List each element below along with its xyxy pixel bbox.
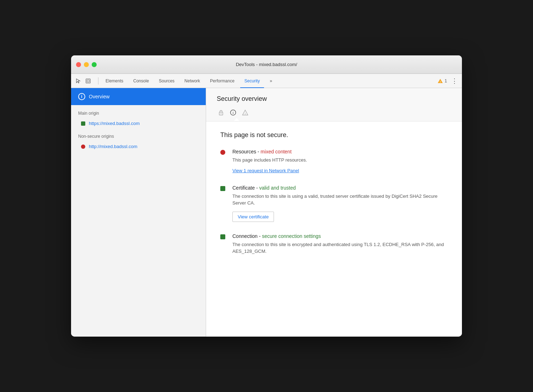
view-certificate-button[interactable]: View certificate: [232, 212, 274, 222]
main-panel: Security overview i: [206, 88, 462, 337]
warning-triangle-icon: !: [437, 78, 443, 83]
page-status-title: This page is not secure.: [220, 131, 448, 139]
svg-text:!: !: [440, 80, 441, 83]
cursor-icon: [75, 78, 81, 84]
connection-item: Connection - secure connection settings …: [220, 233, 448, 258]
warning-count: 1: [445, 78, 447, 83]
maximize-button[interactable]: [92, 62, 97, 67]
svg-text:!: !: [245, 112, 246, 115]
green-origin-dot: [81, 121, 85, 126]
certificate-title: Certificate - valid and trusted: [232, 185, 448, 191]
status-icons-row: i !: [217, 108, 451, 121]
toolbar-divider: [98, 77, 98, 85]
warning-badge: ! 1: [437, 78, 447, 83]
svg-rect-1: [87, 80, 89, 82]
main-origin-url: https://mixed.badssl.com: [89, 121, 140, 126]
tab-network[interactable]: Network: [180, 74, 204, 88]
main-origin-label: Main origin: [71, 105, 206, 119]
sidebar-overview-label: Overview: [89, 94, 109, 99]
security-overview-title: Security overview: [217, 95, 451, 103]
red-origin-dot: [81, 145, 85, 149]
window-controls: [76, 62, 97, 67]
certificate-desc: The connection to this site is using a v…: [232, 193, 448, 207]
tab-elements[interactable]: Elements: [101, 74, 128, 88]
tab-console[interactable]: Console: [129, 74, 153, 88]
resources-indicator: [220, 150, 225, 155]
svg-text:i: i: [233, 111, 234, 115]
inspect-icon-btn[interactable]: [84, 77, 92, 85]
cursor-icon-btn[interactable]: [74, 77, 82, 85]
minimize-button[interactable]: [84, 62, 89, 67]
connection-title: Connection - secure connection settings: [232, 233, 448, 239]
inspect-icon: [85, 78, 91, 84]
tab-sources[interactable]: Sources: [155, 74, 179, 88]
tab-performance[interactable]: Performance: [206, 74, 239, 88]
connection-desc: The connection to this site is encrypted…: [232, 241, 448, 255]
non-secure-origin-url: http://mixed.badssl.com: [89, 144, 138, 149]
tab-more[interactable]: »: [265, 74, 276, 88]
panel-body: This page is not secure. Resources - mix…: [206, 121, 462, 280]
toolbar: Elements Console Sources Network Perform…: [71, 74, 462, 88]
toolbar-icons: [74, 77, 92, 85]
title-bar: DevTools - mixed.badssl.com/: [71, 55, 462, 74]
devtools-window: DevTools - mixed.badssl.com/ Elements Co…: [71, 55, 462, 337]
view-network-panel-link[interactable]: View 1 request in Network Panel: [232, 168, 299, 173]
svg-rect-0: [86, 79, 90, 83]
svg-point-5: [221, 113, 221, 114]
main-content: i Overview Main origin https://mixed.bad…: [71, 88, 462, 337]
toolbar-right: ! 1 ⋮: [437, 77, 459, 85]
resources-item: Resources - mixed content This page incl…: [220, 149, 448, 174]
main-origin-item[interactable]: https://mixed.badssl.com: [71, 119, 206, 128]
resources-title: Resources - mixed content: [232, 149, 448, 154]
lock-status-icon: [217, 108, 225, 117]
more-options-button[interactable]: ⋮: [450, 77, 459, 85]
certificate-item: Certificate - valid and trusted The conn…: [220, 185, 448, 222]
security-overview-header: Security overview i: [206, 88, 462, 121]
resources-content: Resources - mixed content This page incl…: [232, 149, 448, 174]
sidebar: i Overview Main origin https://mixed.bad…: [71, 88, 206, 337]
info-status-icon: i: [229, 108, 237, 117]
certificate-indicator: [220, 186, 225, 191]
close-button[interactable]: [76, 62, 81, 67]
non-secure-origins-label: Non-secure origins: [71, 128, 206, 142]
non-secure-origin-item[interactable]: http://mixed.badssl.com: [71, 142, 206, 151]
warning-status-icon: !: [241, 108, 249, 117]
connection-content: Connection - secure connection settings …: [232, 233, 448, 258]
sidebar-overview-item[interactable]: i Overview: [71, 88, 206, 105]
certificate-content: Certificate - valid and trusted The conn…: [232, 185, 448, 222]
connection-indicator: [220, 234, 225, 239]
window-title: DevTools - mixed.badssl.com/: [236, 62, 297, 67]
info-circle-icon: i: [78, 93, 85, 100]
tab-security[interactable]: Security: [240, 74, 264, 88]
resources-desc: This page includes HTTP resources.: [232, 157, 448, 164]
